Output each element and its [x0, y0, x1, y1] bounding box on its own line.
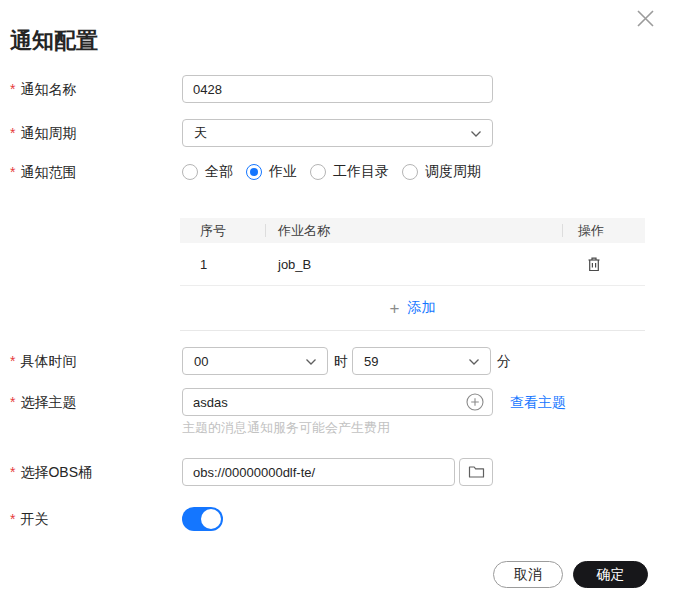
- job-table-header: 序号 作业名称 操作: [180, 218, 645, 243]
- folder-icon: [468, 465, 485, 479]
- radio-circle-icon: [402, 164, 418, 180]
- specific-time-label: *具体时间: [10, 347, 76, 375]
- notification-config-dialog: 通知配置 *通知名称 *通知周期 天 *通知范围 全部 作业: [0, 0, 673, 594]
- column-header-no: 序号: [180, 218, 265, 243]
- hour-unit-label: 时: [334, 347, 348, 375]
- browse-obs-button[interactable]: [459, 458, 493, 486]
- minute-selected-value: 59: [364, 354, 378, 369]
- required-marker: *: [10, 353, 15, 369]
- radio-circle-icon: [246, 164, 262, 180]
- notification-name-label: *通知名称: [10, 75, 76, 103]
- trash-icon: [586, 256, 602, 273]
- close-button[interactable]: [634, 7, 656, 29]
- radio-circle-icon: [182, 164, 198, 180]
- radio-option-job[interactable]: 作业: [246, 163, 297, 181]
- cancel-button[interactable]: 取消: [493, 561, 563, 588]
- period-selected-value: 天: [194, 124, 207, 142]
- column-header-job-name: 作业名称: [265, 218, 562, 243]
- job-table: 序号 作业名称 操作 1 job_B + 添加: [180, 218, 645, 331]
- table-row: 1 job_B: [180, 243, 645, 286]
- delete-row-button[interactable]: [583, 253, 605, 275]
- select-topic-label: *选择主题: [10, 388, 76, 416]
- notification-name-input[interactable]: [182, 75, 493, 103]
- hour-select[interactable]: 00: [182, 347, 328, 375]
- radio-option-all[interactable]: 全部: [182, 163, 233, 181]
- cell-row-no: 1: [180, 257, 265, 272]
- switch-label: *开关: [10, 505, 48, 533]
- circle-plus-icon: [466, 393, 484, 411]
- select-topic-button[interactable]: [466, 393, 484, 415]
- minute-unit-label: 分: [497, 347, 511, 375]
- add-job-button[interactable]: + 添加: [180, 286, 645, 331]
- scope-radio-group: 全部 作业 工作目录 调度周期: [182, 158, 494, 186]
- radio-option-schedule-cycle[interactable]: 调度周期: [402, 163, 481, 181]
- required-marker: *: [10, 464, 15, 480]
- plus-icon: +: [390, 300, 400, 317]
- cell-action: [562, 253, 645, 275]
- minute-select[interactable]: 59: [352, 347, 491, 375]
- notification-period-label: *通知周期: [10, 119, 76, 147]
- column-header-action: 操作: [562, 218, 645, 243]
- toggle-knob: [201, 509, 221, 529]
- add-label: 添加: [407, 299, 435, 317]
- required-marker: *: [10, 81, 15, 97]
- chevron-down-icon: [468, 358, 480, 366]
- topic-helper-text: 主题的消息通知服务可能会产生费用: [182, 419, 390, 437]
- radio-circle-icon: [310, 164, 326, 180]
- notification-toggle[interactable]: [182, 507, 223, 531]
- notification-scope-label: *通知范围: [10, 158, 76, 186]
- cell-job-name: job_B: [265, 257, 562, 272]
- confirm-button[interactable]: 确定: [573, 561, 648, 588]
- close-icon: [636, 9, 655, 28]
- obs-bucket-input[interactable]: [182, 458, 455, 486]
- radio-option-workdir[interactable]: 工作目录: [310, 163, 389, 181]
- required-marker: *: [10, 511, 15, 527]
- required-marker: *: [10, 164, 15, 180]
- dialog-title: 通知配置: [10, 26, 98, 56]
- chevron-down-icon: [470, 130, 482, 138]
- chevron-down-icon: [305, 358, 317, 366]
- view-topic-link[interactable]: 查看主题: [510, 388, 566, 416]
- select-obs-label: *选择OBS桶: [10, 458, 92, 486]
- topic-input[interactable]: [182, 388, 493, 416]
- required-marker: *: [10, 125, 15, 141]
- notification-period-select[interactable]: 天: [182, 119, 493, 147]
- hour-selected-value: 00: [194, 354, 208, 369]
- required-marker: *: [10, 394, 15, 410]
